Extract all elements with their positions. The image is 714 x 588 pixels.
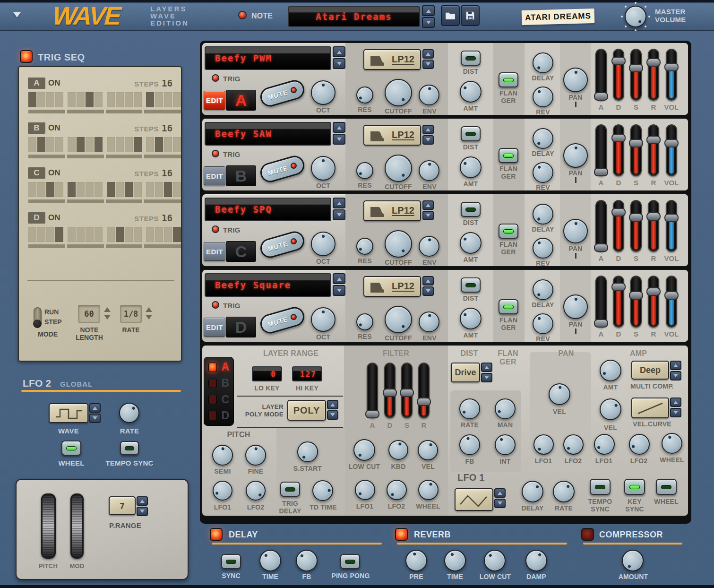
flanger-button[interactable] bbox=[499, 224, 518, 239]
reverb-damp-knob[interactable] bbox=[525, 550, 547, 571]
pitch-lfo2-knob[interactable] bbox=[246, 481, 266, 501]
seq-step-2[interactable] bbox=[37, 137, 45, 152]
amt-knob[interactable] bbox=[460, 232, 482, 254]
slider-handle[interactable] bbox=[646, 136, 661, 144]
delay-send-knob[interactable] bbox=[533, 128, 553, 149]
slider-handle[interactable] bbox=[646, 212, 661, 221]
spinner-up-button[interactable] bbox=[670, 361, 681, 370]
seq-step-14[interactable] bbox=[155, 227, 163, 242]
mute-button[interactable]: MUTE bbox=[258, 78, 307, 109]
edit-button[interactable]: EDIT bbox=[204, 242, 225, 261]
sustain-slider[interactable] bbox=[630, 49, 642, 101]
layer-name-display[interactable]: Beefy PWM bbox=[205, 46, 331, 70]
env-knob[interactable] bbox=[419, 85, 439, 105]
seq-step-11[interactable] bbox=[125, 137, 133, 152]
seq-step-11[interactable] bbox=[125, 227, 133, 242]
arrow-up-icon[interactable] bbox=[146, 304, 152, 312]
spinner-up-button[interactable] bbox=[422, 125, 434, 134]
seq-step-3[interactable] bbox=[46, 182, 54, 197]
volume-slider[interactable] bbox=[666, 200, 677, 252]
seq-step-6[interactable] bbox=[77, 182, 85, 197]
spinner-down-button[interactable] bbox=[137, 507, 148, 516]
rev-send-knob[interactable] bbox=[533, 313, 553, 334]
pan-lfo1-knob[interactable] bbox=[533, 434, 554, 455]
seq-step-9[interactable] bbox=[107, 137, 115, 152]
pan-knob[interactable] bbox=[563, 143, 588, 168]
slider-handle[interactable] bbox=[664, 214, 679, 222]
seq-step-9[interactable] bbox=[107, 92, 115, 107]
filter-release-slider[interactable] bbox=[418, 363, 430, 418]
env-knob[interactable] bbox=[419, 236, 439, 257]
attack-slider[interactable] bbox=[595, 276, 607, 328]
seq-row-steps-value[interactable]: 16 bbox=[162, 168, 176, 178]
seq-step-6[interactable] bbox=[77, 92, 85, 107]
reverb-pre-knob[interactable] bbox=[405, 550, 427, 571]
mode-toggle[interactable] bbox=[34, 307, 42, 327]
seq-step-13[interactable] bbox=[146, 182, 154, 197]
seq-step-15[interactable] bbox=[164, 182, 172, 197]
compressor-amount-knob[interactable] bbox=[622, 550, 644, 571]
seq-step-7[interactable] bbox=[86, 92, 94, 107]
seq-step-3[interactable] bbox=[46, 92, 54, 107]
amt-knob[interactable] bbox=[460, 156, 482, 178]
spinner-up-button[interactable] bbox=[333, 46, 345, 57]
spinner-down-button[interactable] bbox=[327, 410, 338, 420]
master-volume-knob[interactable] bbox=[625, 6, 646, 27]
slider-handle[interactable] bbox=[611, 208, 626, 216]
pan-knob[interactable] bbox=[563, 68, 588, 92]
sustain-slider[interactable] bbox=[630, 276, 642, 328]
env-knob[interactable] bbox=[419, 311, 439, 332]
seq-step-15[interactable] bbox=[164, 227, 172, 242]
rev-send-knob[interactable] bbox=[533, 238, 553, 259]
seq-step-6[interactable] bbox=[77, 137, 85, 152]
cutoff-knob[interactable] bbox=[385, 155, 412, 182]
pitch-fine-knob[interactable] bbox=[245, 445, 266, 466]
release-slider[interactable] bbox=[648, 124, 659, 176]
amp-lfo1-knob[interactable] bbox=[594, 434, 615, 455]
slider-handle[interactable] bbox=[646, 287, 661, 296]
spinner-up-button[interactable] bbox=[494, 488, 506, 498]
arrow-down-icon[interactable] bbox=[104, 315, 111, 323]
seq-step-8[interactable] bbox=[95, 182, 103, 197]
volume-slider[interactable] bbox=[666, 124, 677, 176]
slider-handle[interactable] bbox=[383, 389, 397, 397]
pan-knob[interactable] bbox=[563, 219, 588, 243]
arrow-up-icon[interactable] bbox=[104, 304, 111, 312]
filter-attack-slider[interactable] bbox=[367, 363, 378, 418]
res-knob[interactable] bbox=[356, 162, 373, 179]
seq-step-4[interactable] bbox=[55, 92, 63, 107]
flanger-button[interactable] bbox=[499, 148, 518, 163]
seq-step-14[interactable] bbox=[155, 182, 163, 197]
seq-step-14[interactable] bbox=[155, 92, 163, 107]
spinner-down-button[interactable] bbox=[333, 285, 345, 296]
lfo1-key-sync-button[interactable] bbox=[624, 479, 645, 495]
spinner-down-button[interactable] bbox=[333, 58, 345, 69]
flanger-rate-knob[interactable] bbox=[459, 398, 480, 419]
seq-step-5[interactable] bbox=[68, 227, 76, 242]
preset-up-button[interactable] bbox=[422, 5, 435, 16]
seq-row-on-label[interactable]: ON bbox=[48, 78, 60, 88]
lfo1-delay-knob[interactable] bbox=[522, 481, 543, 502]
multi-comp-display[interactable]: Deep bbox=[631, 361, 669, 380]
mod-wheel[interactable] bbox=[70, 493, 84, 559]
seq-step-1[interactable] bbox=[28, 227, 36, 242]
lfo2-tempo-sync-button[interactable] bbox=[120, 441, 139, 455]
volume-slider[interactable] bbox=[666, 276, 677, 328]
toggle-knob[interactable] bbox=[33, 320, 42, 328]
seq-step-12[interactable] bbox=[134, 182, 142, 197]
reverb-enable-button[interactable] bbox=[395, 528, 408, 541]
seq-step-10[interactable] bbox=[116, 182, 124, 197]
filter-kbd-knob[interactable] bbox=[388, 440, 408, 460]
delay-send-knob[interactable] bbox=[533, 52, 553, 73]
spinner-up-button[interactable] bbox=[670, 398, 681, 407]
rev-send-knob[interactable] bbox=[533, 162, 553, 183]
amp-vel-knob[interactable] bbox=[600, 398, 621, 420]
layer-select-b[interactable]: B bbox=[208, 377, 229, 389]
oct-knob[interactable] bbox=[311, 232, 335, 256]
spinner-down-button[interactable] bbox=[89, 414, 101, 423]
sustain-slider[interactable] bbox=[630, 124, 642, 176]
spinner-down-button[interactable] bbox=[670, 408, 681, 417]
lfo2-wave-display[interactable] bbox=[49, 403, 88, 423]
layer-name-display[interactable]: Beefy SAW bbox=[205, 122, 331, 146]
preset-name-display[interactable]: Atari Dreams bbox=[288, 6, 420, 27]
